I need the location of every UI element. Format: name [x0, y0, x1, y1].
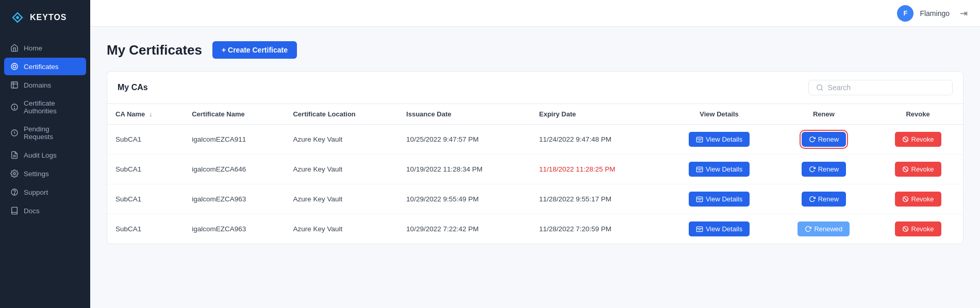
- create-certificate-button[interactable]: + Create Certificate: [212, 41, 297, 59]
- certificates-table-card: My CAs CA Name ↓ Certificate Name Certif…: [107, 71, 964, 244]
- logo-text: KEYTOS: [30, 13, 67, 22]
- cell-issuance-date: 10/29/2022 7:22:42 PM: [398, 214, 531, 244]
- renew-button[interactable]: Renew: [802, 162, 846, 177]
- cell-revoke: Revoke: [873, 184, 963, 214]
- view-details-icon: [696, 226, 703, 233]
- cell-view-details: View Details: [663, 214, 774, 244]
- certificates-table: CA Name ↓ Certificate Name Certificate L…: [107, 104, 963, 244]
- renew-icon: [809, 196, 816, 202]
- cell-renew: Renew: [775, 125, 873, 155]
- sidebar-item-audit-label: Audit Logs: [24, 151, 57, 159]
- search-input[interactable]: [828, 83, 945, 92]
- sidebar-item-settings[interactable]: Settings: [4, 165, 86, 182]
- sidebar-item-ca-label: Certificate Authorities: [24, 99, 80, 115]
- svg-point-15: [817, 85, 822, 90]
- revoke-button[interactable]: Revoke: [895, 162, 941, 177]
- table-row: SubCA1 igalcomEZCA963 Azure Key Vault 10…: [107, 214, 963, 244]
- certificate-icon: [10, 62, 19, 71]
- svg-rect-17: [696, 137, 703, 142]
- cell-renew: Renewed: [775, 214, 873, 244]
- sidebar-item-pending[interactable]: Pending Requests: [4, 121, 86, 145]
- avatar: F: [897, 5, 913, 22]
- renewed-button[interactable]: Renewed: [798, 221, 850, 236]
- cell-cert-location: Azure Key Vault: [285, 125, 398, 155]
- sidebar-nav: Home Certificates Domains Certificate Au…: [0, 37, 90, 308]
- view-details-icon: [696, 196, 703, 203]
- cell-cert-name: igalcomEZCA963: [184, 214, 285, 244]
- svg-point-8: [14, 108, 14, 109]
- search-wrap[interactable]: [808, 80, 953, 95]
- docs-icon: [10, 207, 19, 215]
- svg-rect-22: [696, 167, 703, 172]
- cell-ca-name: SubCA1: [107, 184, 184, 214]
- renew-button[interactable]: Renew: [802, 192, 846, 207]
- svg-line-16: [821, 89, 823, 91]
- revoke-icon: [902, 136, 909, 143]
- table-row: SubCA1 igalcomEZCA646 Azure Key Vault 10…: [107, 155, 963, 184]
- support-icon: [10, 188, 19, 196]
- view-details-button[interactable]: View Details: [689, 132, 750, 147]
- svg-rect-27: [696, 197, 703, 201]
- svg-line-26: [903, 167, 907, 172]
- cell-cert-location: Azure Key Vault: [285, 184, 398, 214]
- domain-icon: [10, 81, 19, 89]
- view-details-icon: [696, 166, 703, 173]
- cell-issuance-date: 10/19/2022 11:28:34 PM: [398, 155, 531, 184]
- settings-icon: [10, 169, 19, 178]
- page-title: My Certificates: [107, 42, 202, 58]
- page-content: My Certificates + Create Certificate My …: [90, 27, 980, 308]
- col-view-details: View Details: [663, 104, 774, 125]
- cell-revoke: Revoke: [873, 214, 963, 244]
- cell-renew: Renew: [775, 155, 873, 184]
- cell-ca-name: SubCA1: [107, 125, 184, 155]
- revoke-icon: [902, 226, 909, 232]
- svg-line-31: [903, 197, 907, 201]
- cell-expiry-date: 11/18/2022 11:28:25 PM: [531, 155, 664, 184]
- sidebar-item-certificates-label: Certificates: [24, 63, 59, 71]
- svg-line-36: [903, 227, 907, 231]
- logout-button[interactable]: ⇥: [960, 8, 968, 19]
- cell-view-details: View Details: [663, 155, 774, 184]
- view-details-button[interactable]: View Details: [689, 162, 750, 177]
- col-renew: Renew: [775, 104, 873, 125]
- sidebar-item-domains[interactable]: Domains: [4, 76, 86, 94]
- cell-expiry-date: 11/28/2022 7:20:59 PM: [531, 214, 664, 244]
- svg-point-2: [13, 65, 15, 67]
- col-revoke: Revoke: [873, 104, 963, 125]
- cell-expiry-date: 11/28/2022 9:55:17 PM: [531, 184, 664, 214]
- sidebar-item-support[interactable]: Support: [4, 183, 86, 201]
- revoke-icon: [902, 196, 909, 202]
- view-details-button[interactable]: View Details: [689, 192, 750, 207]
- cell-cert-location: Azure Key Vault: [285, 155, 398, 184]
- svg-point-14: [14, 194, 14, 194]
- svg-rect-3: [11, 82, 18, 88]
- search-icon: [816, 83, 824, 92]
- sidebar-item-audit[interactable]: Audit Logs: [4, 146, 86, 164]
- sidebar-item-ca[interactable]: Certificate Authorities: [4, 95, 86, 119]
- renew-icon: [805, 226, 811, 232]
- sidebar-item-pending-label: Pending Requests: [24, 125, 80, 141]
- sidebar-item-docs[interactable]: Docs: [4, 202, 86, 219]
- sidebar-item-home[interactable]: Home: [4, 39, 86, 57]
- view-details-button[interactable]: View Details: [689, 221, 750, 236]
- svg-point-12: [13, 173, 15, 175]
- cell-issuance-date: 10/29/2022 9:55:49 PM: [398, 184, 531, 214]
- table-row: SubCA1 igalcomEZCA911 Azure Key Vault 10…: [107, 125, 963, 155]
- sidebar-item-certificates[interactable]: Certificates: [4, 58, 86, 75]
- cell-revoke: Revoke: [873, 125, 963, 155]
- revoke-icon: [902, 166, 909, 173]
- cell-view-details: View Details: [663, 125, 774, 155]
- table-toolbar: My CAs: [107, 72, 963, 104]
- sidebar-item-support-label: Support: [24, 189, 48, 196]
- renew-button[interactable]: Renew: [802, 132, 846, 147]
- sort-arrow: ↓: [149, 110, 153, 118]
- sidebar: KEYTOS Home Certificates Domains Certifi…: [0, 0, 90, 308]
- revoke-button[interactable]: Revoke: [895, 192, 941, 207]
- revoke-button[interactable]: Revoke: [895, 221, 941, 236]
- sidebar-item-docs-label: Docs: [24, 207, 40, 215]
- topbar: F Flamingo ⇥: [90, 0, 980, 27]
- revoke-button[interactable]: Revoke: [895, 132, 941, 147]
- page-header: My Certificates + Create Certificate: [107, 41, 964, 59]
- logo: KEYTOS: [0, 0, 90, 37]
- sidebar-item-settings-label: Settings: [24, 170, 49, 178]
